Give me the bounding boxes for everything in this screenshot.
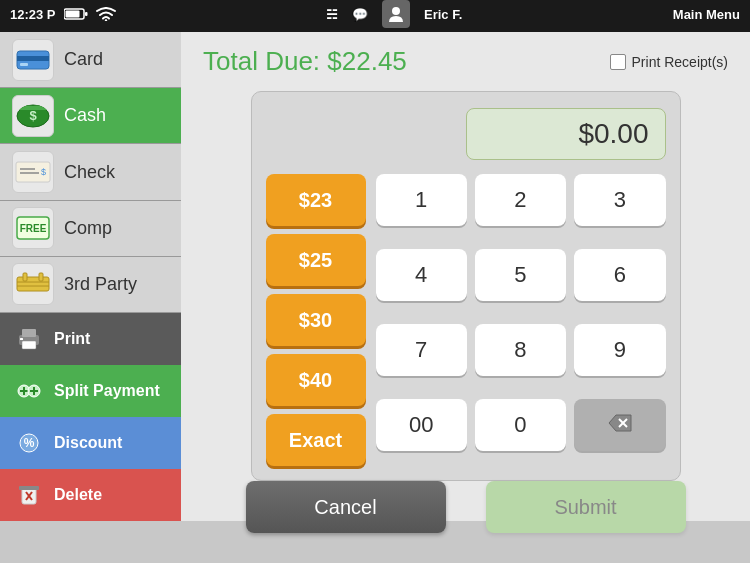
sidebar: Card $ Cash $ Check FREE Comp [0, 32, 181, 521]
sidebar-item-check[interactable]: $ Check [0, 144, 181, 200]
digit-7-button[interactable]: 7 [376, 324, 467, 376]
svg-point-4 [392, 7, 400, 15]
svg-rect-6 [17, 56, 49, 61]
digit-9-button[interactable]: 9 [574, 324, 665, 376]
numpad-container: $0.00 $23 $25 $30 $40 Exact 1 2 3 4 5 6 [251, 91, 681, 481]
split-icon [14, 376, 44, 406]
print-button[interactable]: Print [0, 313, 181, 365]
cancel-button[interactable]: Cancel [246, 481, 446, 533]
svg-rect-22 [22, 329, 36, 337]
delete-label: Delete [54, 486, 102, 504]
preset-40-button[interactable]: $40 [266, 354, 366, 406]
preset-25-button[interactable]: $25 [266, 234, 366, 286]
digit-6-button[interactable]: 6 [574, 249, 665, 301]
svg-rect-23 [22, 341, 36, 349]
numpad-grid: $23 $25 $30 $40 Exact 1 2 3 4 5 6 7 8 9 … [266, 174, 666, 466]
print-receipt-checkbox[interactable] [610, 54, 626, 70]
print-label: Print [54, 330, 90, 348]
check-icon: $ [12, 151, 54, 193]
content-area: Total Due: $22.45 Print Receipt(s) $0.00… [181, 32, 750, 521]
delete-icon [14, 480, 44, 510]
svg-rect-36 [19, 486, 39, 490]
sidebar-item-card[interactable]: Card [0, 32, 181, 88]
cube-icon: ☵ [326, 7, 338, 22]
svg-point-3 [104, 19, 106, 21]
svg-rect-24 [20, 338, 23, 340]
party-icon [12, 263, 54, 305]
split-payment-button[interactable]: Split Payment [0, 365, 181, 417]
status-bar: 12:23 P ☵ 💬 Eric F. Main Menu [0, 0, 750, 28]
user-icon [382, 0, 410, 28]
digit-1-button[interactable]: 1 [376, 174, 467, 226]
check-label: Check [64, 162, 115, 183]
svg-rect-20 [39, 273, 43, 281]
digit-8-button[interactable]: 8 [475, 324, 566, 376]
digit-0-button[interactable]: 0 [475, 399, 566, 451]
preset-23-button[interactable]: $23 [266, 174, 366, 226]
print-icon [14, 324, 44, 354]
sidebar-item-cash[interactable]: $ Cash [0, 88, 181, 144]
sidebar-item-3rdparty[interactable]: 3rd Party [0, 257, 181, 313]
status-left: 12:23 P [10, 7, 116, 22]
display-row: $0.00 [266, 108, 666, 160]
svg-rect-1 [65, 11, 79, 18]
user-name: Eric F. [424, 7, 462, 22]
battery-icon [64, 8, 88, 20]
digit-grid: 1 2 3 4 5 6 7 8 9 00 0 [376, 174, 666, 466]
svg-rect-7 [20, 63, 28, 66]
delete-button[interactable]: Delete [0, 469, 181, 521]
main-menu-title: Main Menu [673, 7, 740, 22]
digit-3-button[interactable]: 3 [574, 174, 665, 226]
print-receipt-row[interactable]: Print Receipt(s) [610, 54, 728, 70]
content-header: Total Due: $22.45 Print Receipt(s) [181, 32, 750, 87]
chat-icon: 💬 [352, 7, 368, 22]
digit-2-button[interactable]: 2 [475, 174, 566, 226]
digit-5-button[interactable]: 5 [475, 249, 566, 301]
wifi-icon [96, 7, 116, 21]
status-center: ☵ 💬 Eric F. [326, 0, 462, 28]
svg-text:%: % [24, 436, 35, 450]
total-due: Total Due: $22.45 [203, 46, 407, 77]
backspace-button[interactable] [574, 399, 665, 451]
sidebar-actions: Print Split Payment % Discount Delete [0, 313, 181, 521]
digit-4-button[interactable]: 4 [376, 249, 467, 301]
main-layout: Card $ Cash $ Check FREE Comp [0, 32, 750, 521]
discount-label: Discount [54, 434, 122, 452]
split-label: Split Payment [54, 382, 160, 400]
svg-text:$: $ [29, 108, 37, 123]
comp-icon: FREE [12, 207, 54, 249]
discount-button[interactable]: % Discount [0, 417, 181, 469]
card-label: Card [64, 49, 103, 70]
preset-exact-button[interactable]: Exact [266, 414, 366, 466]
cash-label: Cash [64, 105, 106, 126]
preset-30-button[interactable]: $30 [266, 294, 366, 346]
svg-text:FREE: FREE [20, 223, 47, 234]
svg-marker-37 [609, 415, 631, 431]
svg-rect-2 [85, 12, 88, 16]
svg-text:$: $ [41, 167, 46, 177]
3rdparty-label: 3rd Party [64, 274, 137, 295]
preset-column: $23 $25 $30 $40 Exact [266, 174, 366, 466]
card-icon [12, 39, 54, 81]
cash-icon: $ [12, 95, 54, 137]
bottom-buttons: Cancel Submit [181, 481, 750, 533]
amount-display: $0.00 [466, 108, 666, 160]
comp-label: Comp [64, 218, 112, 239]
submit-button[interactable]: Submit [486, 481, 686, 533]
time-display: 12:23 P [10, 7, 56, 22]
print-receipt-label: Print Receipt(s) [632, 54, 728, 70]
digit-00-button[interactable]: 00 [376, 399, 467, 451]
discount-icon: % [14, 428, 44, 458]
svg-rect-19 [23, 273, 27, 281]
svg-rect-16 [17, 277, 49, 291]
sidebar-item-comp[interactable]: FREE Comp [0, 201, 181, 257]
